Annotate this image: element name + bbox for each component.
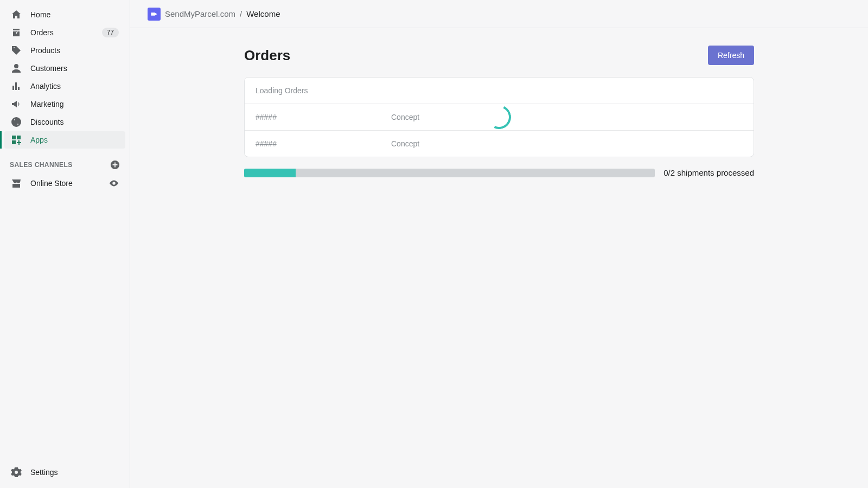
orders-icon	[11, 27, 22, 38]
progress-label: 0/2 shipments processed	[663, 168, 754, 177]
row-id: #####	[256, 139, 391, 148]
main: SendMyParcel.com / Welcome Orders Refres…	[130, 0, 868, 488]
sidebar-item-customers[interactable]: Customers	[4, 60, 125, 77]
home-icon	[11, 9, 22, 20]
progress-fill	[244, 169, 296, 177]
page-title: Orders	[244, 47, 290, 64]
sidebar-item-label: Settings	[30, 468, 58, 477]
orders-card: Loading Orders ##### Concept ##### Conce…	[244, 77, 754, 157]
sidebar-item-apps[interactable]: Apps	[4, 131, 125, 149]
view-store-button[interactable]	[109, 178, 119, 188]
sidebar-item-products[interactable]: Products	[4, 42, 125, 59]
sidebar-item-label: Discounts	[30, 118, 63, 126]
sidebar-item-label: Customers	[30, 64, 67, 73]
sidebar-item-marketing[interactable]: Marketing	[4, 95, 125, 113]
add-channel-button[interactable]	[110, 160, 120, 170]
progress-bar	[244, 169, 655, 177]
progress-row: 0/2 shipments processed	[244, 168, 754, 177]
sidebar: Home Orders 77 Products Customers Analyt…	[0, 0, 130, 488]
sidebar-item-analytics[interactable]: Analytics	[4, 78, 125, 95]
sidebar-item-label: Online Store	[30, 179, 73, 188]
topbar: SendMyParcel.com / Welcome	[130, 0, 868, 28]
table-row: ##### Concept	[245, 104, 754, 130]
store-icon	[11, 178, 22, 189]
analytics-icon	[11, 81, 22, 92]
sidebar-item-label: Products	[30, 46, 60, 55]
sidebar-item-label: Home	[30, 10, 50, 19]
app-logo-icon	[148, 8, 161, 21]
breadcrumb-sep: /	[240, 9, 242, 18]
row-status: Concept	[391, 139, 419, 148]
row-status: Concept	[391, 113, 419, 121]
apps-icon	[11, 134, 22, 145]
customers-icon	[11, 63, 22, 74]
plus-circle-icon	[110, 160, 120, 170]
table-row: ##### Concept	[245, 130, 754, 157]
loading-label: Loading Orders	[256, 86, 308, 95]
sidebar-item-label: Marketing	[30, 100, 63, 108]
breadcrumb: SendMyParcel.com / Welcome	[148, 8, 280, 21]
orders-badge: 77	[102, 28, 119, 37]
sidebar-item-discounts[interactable]: Discounts	[4, 113, 125, 131]
section-label: SALES CHANNELS	[10, 161, 73, 169]
sidebar-item-label: Orders	[30, 28, 54, 37]
sidebar-item-label: Analytics	[30, 82, 61, 91]
eye-icon	[109, 178, 119, 188]
row-id: #####	[256, 113, 391, 121]
marketing-icon	[11, 99, 22, 110]
sales-channels-header: SALES CHANNELS	[0, 149, 130, 174]
sidebar-item-home[interactable]: Home	[4, 6, 125, 23]
refresh-button[interactable]: Refresh	[708, 46, 754, 65]
sidebar-item-online-store[interactable]: Online Store	[4, 175, 125, 192]
gear-icon	[11, 467, 22, 478]
breadcrumb-page: Welcome	[246, 9, 280, 18]
loading-row: Loading Orders	[245, 78, 754, 104]
sidebar-item-settings[interactable]: Settings	[4, 464, 125, 481]
breadcrumb-app[interactable]: SendMyParcel.com	[165, 9, 235, 18]
discounts-icon	[11, 117, 22, 127]
sidebar-item-label: Apps	[30, 136, 48, 144]
sidebar-item-orders[interactable]: Orders 77	[4, 24, 125, 41]
content: Orders Refresh Loading Orders ##### Conc…	[130, 28, 868, 488]
products-icon	[11, 45, 22, 56]
